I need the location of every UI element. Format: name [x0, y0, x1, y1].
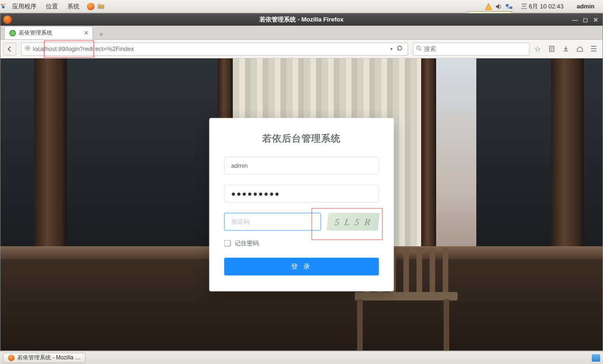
bookmark-star-button[interactable]: ☆ [531, 43, 544, 55]
taskbar-firefox-button[interactable]: 若依管理系统 - Mozilla … [3, 353, 86, 363]
svg-rect-4 [98, 4, 101, 6]
search-input[interactable] [424, 45, 526, 52]
back-button[interactable] [3, 43, 16, 56]
tab-favicon-icon [9, 30, 16, 36]
network-icon[interactable] [505, 3, 513, 10]
remember-password-row[interactable]: 记住密码 [224, 239, 379, 247]
login-button[interactable]: 登 录 [224, 257, 379, 275]
reload-button[interactable] [395, 45, 405, 53]
svg-point-10 [417, 46, 420, 49]
svg-marker-6 [496, 4, 499, 9]
panel-clock[interactable]: 三 6月 10 02:43 [516, 2, 569, 11]
svg-point-0 [1, 4, 3, 6]
menu-places[interactable]: 位置 [41, 2, 63, 11]
captcha-input[interactable] [224, 213, 321, 230]
page-viewport: 若依后台管理系统 5 L 5 R 记住密码 登 录 [0, 58, 603, 350]
login-title: 若依后台管理系统 [224, 132, 379, 144]
taskbar-app-label: 若依管理系统 - Mozilla … [17, 354, 80, 362]
home-button[interactable] [574, 43, 586, 55]
svg-rect-8 [510, 7, 512, 9]
url-history-dropdown[interactable]: ▾ [388, 46, 395, 51]
firefox-window: 若依管理系统 - Mozilla Firefox — ◻ ✕ 若依管理系统 ✕ … [0, 13, 603, 351]
browser-tabbar: 若依管理系统 ✕ ＋ [0, 26, 603, 40]
search-icon [416, 45, 422, 53]
svg-line-11 [420, 49, 421, 50]
menu-applications[interactable]: 应用程序 [7, 2, 41, 11]
captcha-image[interactable]: 5 L 5 R [327, 213, 380, 230]
site-identity-icon[interactable] [24, 45, 31, 53]
hamburger-menu-button[interactable]: ☰ [588, 43, 600, 55]
volume-icon[interactable] [495, 3, 502, 10]
svg-point-2 [2, 6, 5, 8]
address-bar[interactable]: ▾ [21, 43, 408, 56]
new-tab-button[interactable]: ＋ [96, 29, 106, 39]
tab-close-button[interactable]: ✕ [84, 29, 89, 36]
desktop-taskbar: 若依管理系统 - Mozilla … [0, 351, 603, 364]
gnome-foot-icon [0, 3, 7, 10]
username-input[interactable] [224, 157, 379, 174]
window-titlebar[interactable]: 若依管理系统 - Mozilla Firefox — ◻ ✕ [0, 14, 603, 26]
remember-checkbox[interactable] [224, 240, 231, 246]
browser-navbar: ▾ ☆ ☰ [0, 40, 603, 58]
firefox-icon [3, 15, 12, 24]
panel-user[interactable]: admin [572, 3, 599, 10]
tab-title: 若依管理系统 [19, 29, 52, 37]
firefox-small-icon [8, 355, 14, 361]
taskbar-tray [592, 354, 600, 362]
file-manager-launcher-icon[interactable] [97, 3, 105, 10]
reader-view-button[interactable] [546, 43, 558, 55]
desktop-top-panel: 应用程序 位置 系统 三 6月 10 02:43 admin 13 个更新可用 [0, 0, 603, 13]
downloads-button[interactable] [560, 43, 572, 55]
menu-system[interactable]: 系统 [63, 2, 84, 11]
window-maximize-button[interactable]: ◻ [580, 15, 590, 24]
update-notifier-icon[interactable] [485, 3, 492, 10]
window-close-button[interactable]: ✕ [590, 15, 601, 24]
password-input[interactable] [224, 185, 379, 202]
svg-rect-7 [506, 4, 509, 7]
login-panel: 若依后台管理系统 5 L 5 R 记住密码 登 录 [209, 118, 394, 291]
window-title: 若依管理系统 - Mozilla Firefox [259, 15, 344, 24]
url-input[interactable] [33, 45, 388, 52]
remember-label: 记住密码 [235, 239, 259, 247]
firefox-launcher-icon[interactable] [87, 3, 94, 10]
svg-point-1 [4, 3, 6, 5]
search-bar[interactable] [413, 43, 530, 56]
window-minimize-button[interactable]: — [570, 15, 580, 24]
browser-tab-active[interactable]: 若依管理系统 ✕ [4, 26, 93, 39]
show-desktop-icon[interactable] [592, 354, 600, 362]
svg-marker-5 [485, 3, 492, 10]
